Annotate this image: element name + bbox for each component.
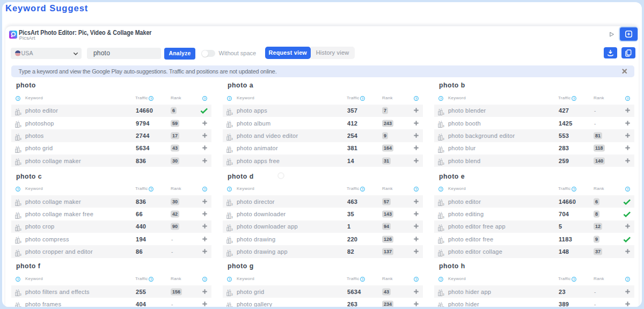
svg-text:3: 3	[443, 241, 444, 244]
svg-text:2: 2	[227, 237, 229, 240]
svg-text:3: 3	[20, 125, 21, 128]
svg-text:2: 2	[227, 302, 229, 305]
svg-text:3: 3	[443, 229, 444, 231]
svg-text:2: 2	[438, 200, 440, 202]
svg-text:?: ?	[440, 97, 442, 100]
svg-text:3: 3	[231, 241, 233, 244]
svg-text:1: 1	[229, 158, 231, 160]
svg-text:1: 1	[441, 121, 442, 122]
svg-text:3: 3	[443, 254, 444, 256]
svg-text:?: ?	[362, 278, 364, 281]
svg-text:2: 2	[227, 108, 229, 111]
svg-text:?: ?	[17, 278, 19, 281]
svg-text:1: 1	[441, 212, 442, 214]
svg-text:?: ?	[203, 278, 206, 281]
svg-text:3: 3	[443, 113, 444, 115]
svg-text:2: 2	[227, 146, 229, 149]
svg-text:3: 3	[20, 293, 21, 296]
svg-text:1: 1	[229, 108, 231, 110]
svg-text:?: ?	[362, 97, 364, 100]
svg-text:1: 1	[229, 249, 231, 251]
svg-text:3: 3	[20, 254, 21, 256]
svg-text:3: 3	[443, 125, 444, 128]
svg-text:3: 3	[231, 125, 233, 128]
svg-text:?: ?	[573, 278, 575, 281]
svg-text:1: 1	[229, 302, 231, 304]
svg-text:1: 1	[229, 237, 231, 238]
svg-text:1: 1	[18, 224, 19, 226]
svg-text:?: ?	[229, 188, 231, 191]
svg-text:?: ?	[150, 278, 152, 281]
svg-text:2: 2	[16, 134, 17, 136]
svg-text:1: 1	[18, 199, 19, 201]
svg-text:2: 2	[227, 121, 229, 124]
svg-text:?: ?	[229, 97, 231, 100]
svg-text:2: 2	[16, 200, 17, 202]
svg-text:2: 2	[16, 237, 17, 240]
svg-text:3: 3	[443, 163, 444, 165]
svg-text:1: 1	[18, 302, 19, 304]
svg-text:3: 3	[20, 138, 21, 141]
svg-text:2: 2	[438, 146, 440, 149]
svg-text:1: 1	[18, 158, 19, 160]
svg-text:1: 1	[441, 249, 442, 251]
svg-text:3: 3	[20, 163, 21, 165]
svg-text:2: 2	[438, 159, 440, 161]
svg-text:?: ?	[362, 188, 364, 191]
svg-text:2: 2	[438, 108, 440, 111]
svg-text:1: 1	[229, 146, 231, 148]
svg-text:2: 2	[438, 249, 440, 252]
svg-text:1: 1	[229, 134, 231, 135]
svg-text:?: ?	[415, 278, 417, 281]
svg-text:2: 2	[438, 134, 440, 136]
svg-text:2: 2	[227, 159, 229, 161]
svg-text:1: 1	[441, 199, 442, 201]
svg-text:1: 1	[441, 134, 442, 135]
svg-text:3: 3	[231, 306, 233, 307]
svg-text:3: 3	[20, 150, 21, 153]
svg-text:3: 3	[231, 229, 233, 231]
svg-text:3: 3	[20, 306, 21, 307]
svg-text:?: ?	[229, 278, 231, 281]
svg-text:1: 1	[229, 289, 231, 291]
svg-text:3: 3	[443, 293, 444, 296]
svg-text:2: 2	[16, 146, 17, 149]
svg-text:2: 2	[227, 224, 229, 227]
svg-text:2: 2	[227, 212, 229, 215]
svg-text:2: 2	[227, 200, 229, 202]
svg-text:?: ?	[626, 188, 628, 191]
svg-text:1: 1	[18, 108, 19, 110]
svg-text:2: 2	[438, 237, 440, 240]
svg-text:1: 1	[18, 212, 19, 214]
svg-text:?: ?	[573, 188, 575, 191]
svg-text:?: ?	[17, 97, 19, 100]
svg-text:3: 3	[231, 216, 233, 219]
svg-text:2: 2	[16, 212, 17, 215]
svg-text:3: 3	[20, 229, 21, 231]
svg-text:1: 1	[441, 224, 442, 226]
svg-text:2: 2	[438, 121, 440, 124]
svg-text:1: 1	[18, 121, 19, 122]
svg-text:1: 1	[229, 199, 231, 201]
svg-text:2: 2	[438, 302, 440, 305]
svg-text:1: 1	[441, 146, 442, 148]
svg-text:3: 3	[443, 138, 444, 141]
svg-text:2: 2	[227, 290, 229, 292]
svg-text:1: 1	[441, 237, 442, 238]
svg-text:3: 3	[231, 163, 233, 165]
svg-text:?: ?	[150, 97, 152, 100]
svg-text:3: 3	[231, 113, 233, 115]
svg-text:1: 1	[441, 302, 442, 304]
svg-text:3: 3	[443, 216, 444, 219]
svg-text:1: 1	[441, 108, 442, 110]
svg-text:1: 1	[18, 134, 19, 135]
svg-text:3: 3	[20, 216, 21, 219]
svg-text:?: ?	[203, 97, 206, 100]
svg-text:2: 2	[16, 302, 17, 305]
svg-text:?: ?	[626, 97, 628, 100]
svg-text:3: 3	[20, 203, 21, 206]
svg-text:2: 2	[438, 212, 440, 215]
svg-text:3: 3	[231, 254, 233, 256]
svg-text:1: 1	[18, 237, 19, 238]
svg-text:?: ?	[150, 188, 152, 191]
